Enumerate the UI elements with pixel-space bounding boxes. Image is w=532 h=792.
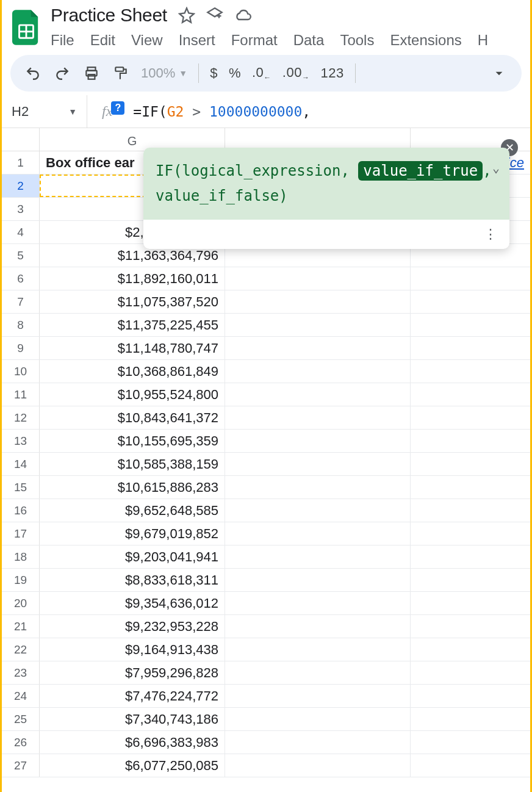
row-header[interactable]: 21 (2, 615, 40, 638)
cell[interactable]: $11,892,160,011 (40, 267, 225, 290)
cell[interactable] (225, 290, 411, 313)
cell[interactable] (411, 499, 530, 522)
row-header[interactable]: 24 (2, 685, 40, 707)
cell[interactable]: $10,955,524,800 (40, 383, 225, 406)
more-formats-button[interactable]: 123 (320, 65, 343, 81)
cell[interactable]: $10,843,641,372 (40, 406, 225, 429)
formula-help-badge[interactable]: ? (111, 101, 124, 115)
cell[interactable] (225, 499, 411, 522)
cell[interactable] (225, 708, 411, 730)
menu-view[interactable]: View (131, 32, 163, 49)
formula-bar[interactable]: = IF ( G2 > 10000000000 , (133, 104, 311, 120)
cell[interactable]: $7,959,296,828 (40, 661, 225, 684)
cell[interactable]: $10,615,886,283 (40, 476, 225, 499)
cell[interactable] (411, 685, 530, 707)
cell[interactable] (225, 615, 411, 638)
cell[interactable] (225, 522, 411, 545)
cell[interactable] (411, 360, 530, 383)
menu-file[interactable]: File (51, 32, 74, 49)
row-header[interactable]: 9 (2, 337, 40, 359)
cell[interactable] (225, 360, 411, 383)
row-header[interactable]: 18 (2, 545, 40, 568)
cell[interactable]: $7,476,224,772 (40, 685, 225, 707)
row-header[interactable]: 20 (2, 592, 40, 614)
row-header[interactable]: 16 (2, 499, 40, 522)
cell[interactable]: $9,652,648,585 (40, 499, 225, 522)
cell[interactable] (225, 430, 411, 452)
cell[interactable]: $6,077,250,085 (40, 754, 225, 777)
row-header[interactable]: 22 (2, 638, 40, 661)
cell[interactable] (411, 406, 530, 429)
name-box[interactable]: H2 ▼ (2, 95, 87, 128)
cell[interactable] (225, 592, 411, 614)
cell[interactable] (411, 522, 530, 545)
row-header[interactable]: 25 (2, 708, 40, 730)
row-header[interactable]: 6 (2, 267, 40, 290)
select-all-corner[interactable] (2, 128, 40, 151)
cell[interactable] (411, 545, 530, 568)
row-header[interactable]: 15 (2, 476, 40, 499)
more-options-icon[interactable]: ⋮ (484, 226, 498, 242)
cell[interactable] (225, 731, 411, 754)
row-header[interactable]: 8 (2, 314, 40, 336)
row-header[interactable]: 19 (2, 569, 40, 591)
cell[interactable]: $9,232,953,228 (40, 615, 225, 638)
cell[interactable] (411, 754, 530, 777)
row-header[interactable]: 23 (2, 661, 40, 684)
decrease-decimal-button[interactable]: .0← (252, 65, 271, 82)
cell[interactable]: $11,075,387,520 (40, 290, 225, 313)
cell[interactable] (411, 731, 530, 754)
star-icon[interactable] (178, 7, 195, 24)
row-header[interactable]: 13 (2, 430, 40, 452)
row-header[interactable]: 7 (2, 290, 40, 313)
cell[interactable] (225, 638, 411, 661)
row-header[interactable]: 12 (2, 406, 40, 429)
row-header[interactable]: 10 (2, 360, 40, 383)
cell[interactable]: $9,203,041,941 (40, 545, 225, 568)
cell[interactable]: $11,148,780,747 (40, 337, 225, 359)
cell[interactable] (225, 661, 411, 684)
sheets-logo[interactable] (10, 9, 42, 46)
menu-data[interactable]: Data (293, 32, 325, 49)
menu-insert[interactable]: Insert (179, 32, 215, 49)
cell[interactable]: $6,696,383,983 (40, 731, 225, 754)
row-header[interactable]: 27 (2, 754, 40, 777)
cell[interactable]: $7,340,743,186 (40, 708, 225, 730)
redo-button[interactable] (53, 64, 71, 82)
cell[interactable] (225, 267, 411, 290)
cell[interactable]: $8,833,618,311 (40, 569, 225, 591)
row-header[interactable]: 4 (2, 221, 40, 243)
undo-button[interactable] (24, 64, 42, 82)
cell[interactable] (225, 569, 411, 591)
cell[interactable] (411, 708, 530, 730)
cell[interactable] (411, 430, 530, 452)
document-title[interactable]: Practice Sheet (51, 5, 167, 26)
cell[interactable] (225, 406, 411, 429)
cell[interactable] (411, 661, 530, 684)
cell[interactable] (225, 337, 411, 359)
row-header[interactable]: 2 (2, 175, 40, 197)
cell[interactable] (411, 615, 530, 638)
chevron-down-icon[interactable]: ⌄ (492, 157, 500, 178)
percent-format-button[interactable]: % (229, 65, 241, 81)
currency-format-button[interactable]: $ (210, 65, 218, 81)
cell[interactable] (411, 476, 530, 499)
menu-edit[interactable]: Edit (90, 32, 115, 49)
cell[interactable] (225, 453, 411, 475)
cell[interactable]: $10,155,695,359 (40, 430, 225, 452)
toolbar-overflow-caret[interactable] (490, 64, 508, 82)
cell[interactable] (225, 383, 411, 406)
cell[interactable] (411, 453, 530, 475)
menu-tools[interactable]: Tools (340, 32, 374, 49)
move-icon[interactable] (206, 7, 223, 24)
menu-format[interactable]: Format (231, 32, 278, 49)
cell[interactable] (411, 383, 530, 406)
row-header[interactable]: 14 (2, 453, 40, 475)
paint-format-button[interactable] (112, 64, 130, 82)
cell[interactable] (225, 476, 411, 499)
cell[interactable] (411, 337, 530, 359)
cell[interactable] (411, 569, 530, 591)
row-header[interactable]: 5 (2, 244, 40, 267)
cell[interactable] (225, 545, 411, 568)
cell[interactable] (411, 638, 530, 661)
